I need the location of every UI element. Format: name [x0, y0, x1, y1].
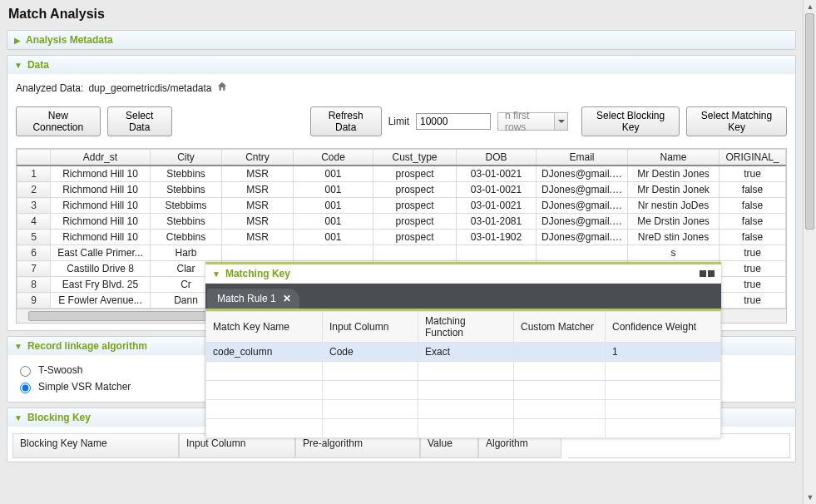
table-cell: Stebbins: [151, 214, 222, 230]
section-label-linkage: Record linkage algorithm: [27, 340, 147, 352]
mk-cell: [514, 343, 606, 362]
table-cell: Richmond Hill 10: [51, 214, 151, 230]
column-header[interactable]: Cntry: [222, 150, 294, 166]
table-cell: DJones@gmail.c...: [537, 182, 628, 198]
chevron-down-icon: ▼: [14, 413, 22, 422]
table-cell: Richmond Hill 10: [51, 198, 151, 214]
row-number: 1: [17, 166, 51, 182]
simple-vsr-label: Simple VSR Matcher: [38, 381, 131, 393]
row-number: 8: [17, 277, 51, 293]
mk-column-header[interactable]: Matching Function: [418, 312, 514, 343]
mk-column-header[interactable]: Input Column: [323, 312, 418, 343]
chevron-down-icon: ▼: [14, 342, 22, 351]
table-cell: Castillo Drive 8: [51, 261, 151, 277]
select-data-button[interactable]: Select Data: [107, 106, 172, 136]
table-cell: East Fry Blvd. 25: [51, 277, 151, 293]
table-row[interactable]: 2Richmond Hill 10StebbinsMSR001prospect0…: [17, 182, 786, 198]
column-header[interactable]: Name: [628, 150, 720, 166]
column-header[interactable]: Cust_type: [373, 150, 457, 166]
section-header-metadata[interactable]: ▶ Analysis Metadata: [7, 31, 795, 49]
table-cell: 001: [294, 198, 373, 214]
match-rule-grid[interactable]: Match Key Name Input Column Matching Fun…: [205, 311, 721, 438]
table-row[interactable]: 5Richmond Hill 10CtebbinsMSR001prospect0…: [17, 230, 786, 245]
table-cell: Richmond Hill 10: [51, 166, 151, 182]
match-rule-row[interactable]: [206, 419, 721, 438]
tab-match-rule-1[interactable]: Match Rule 1 ✕: [207, 289, 299, 309]
mk-column-header[interactable]: Confidence Weight: [606, 312, 721, 343]
column-header[interactable]: Email: [537, 150, 628, 166]
match-rule-row[interactable]: [206, 400, 721, 419]
refresh-data-button[interactable]: Refresh Data: [310, 106, 382, 136]
table-cell: false: [720, 230, 786, 245]
column-header[interactable]: Addr_st: [51, 150, 151, 166]
table-row[interactable]: 4Richmond Hill 10StebbinsMSR001prospect0…: [17, 214, 786, 230]
analyzed-data-prefix: Analyzed Data:: [16, 82, 83, 94]
match-rule-row[interactable]: [206, 381, 721, 400]
table-row[interactable]: 6East Calle Primer...Harbstrue: [17, 245, 786, 261]
column-header[interactable]: Code: [294, 150, 373, 166]
limit-label: Limit: [388, 116, 409, 127]
minimize-icon[interactable]: [700, 270, 706, 277]
table-cell: DJones@gmail.c...: [537, 166, 628, 182]
vertical-scrollbar[interactable]: ▲ ▼: [803, 0, 816, 504]
table-cell: true: [720, 261, 786, 277]
table-row[interactable]: 3Richmond Hill 10StebbimsMSR001prospect0…: [17, 198, 786, 214]
match-rule-row[interactable]: code_column Code Exact 1: [206, 343, 721, 362]
column-header[interactable]: DOB: [457, 150, 537, 166]
table-cell: prospect: [373, 214, 457, 230]
matching-key-header[interactable]: ▼ Matching Key: [205, 264, 721, 284]
table-cell: true: [720, 166, 786, 182]
select-matching-key-button[interactable]: Select Matching Key: [686, 106, 787, 136]
row-number: 7: [17, 261, 51, 277]
table-cell: 03-01-0021: [457, 166, 537, 182]
simple-vsr-radio[interactable]: [20, 383, 31, 393]
t-swoosh-radio[interactable]: [20, 366, 31, 377]
close-icon[interactable]: ✕: [283, 293, 291, 304]
table-cell: MSR: [222, 182, 294, 198]
rows-mode-combo[interactable]: n first rows: [497, 112, 568, 131]
column-header[interactable]: City: [151, 150, 222, 166]
table-cell: Harb: [151, 245, 222, 261]
column-header[interactable]: ORIGINAL_: [720, 150, 786, 166]
scroll-down-arrow-icon[interactable]: ▼: [804, 491, 816, 504]
tab-label: Match Rule 1: [217, 293, 276, 304]
match-rule-row[interactable]: [206, 362, 721, 381]
table-cell: 001: [294, 214, 373, 230]
mk-column-header[interactable]: Custom Matcher: [514, 312, 606, 343]
matching-key-panel[interactable]: ▼ Matching Key Match Rule 1 ✕ Match Key …: [205, 262, 721, 438]
chevron-right-icon: ▶: [14, 36, 21, 45]
table-cell: Mr Destin Jonek: [628, 182, 720, 198]
table-cell: MSR: [222, 166, 294, 182]
table-cell: NreD stin Jones: [628, 230, 720, 245]
panel-window-controls[interactable]: [700, 270, 715, 277]
table-cell: 03-01-0021: [457, 182, 537, 198]
limit-input[interactable]: [416, 113, 491, 130]
page-title: Match Analysis: [0, 0, 803, 27]
select-blocking-key-button[interactable]: Select Blocking Key: [581, 106, 680, 136]
section-header-data[interactable]: ▼ Data: [7, 56, 795, 74]
section-label-data: Data: [27, 59, 49, 71]
scroll-up-arrow-icon[interactable]: ▲: [804, 0, 816, 13]
table-cell: Mr Destin Jones: [628, 166, 720, 182]
new-connection-button[interactable]: New Connection: [16, 106, 101, 136]
mk-column-header[interactable]: Match Key Name: [206, 312, 323, 343]
row-number: 6: [17, 245, 51, 261]
table-cell: 03-01-2081: [457, 214, 537, 230]
table-cell: DJones@gmail.c...: [537, 198, 628, 214]
table-cell: Richmond Hill 10: [51, 230, 151, 245]
table-cell: true: [720, 277, 786, 293]
scrollbar-thumb[interactable]: [805, 13, 814, 230]
table-cell: 03-01-0021: [457, 198, 537, 214]
home-icon[interactable]: [216, 81, 228, 95]
table-cell: Stebbins: [151, 182, 222, 198]
table-cell: prospect: [373, 230, 457, 245]
table-cell: [457, 245, 537, 261]
chevron-down-icon: ▼: [14, 61, 22, 70]
row-number: 4: [17, 214, 51, 230]
table-cell: 001: [294, 182, 373, 198]
table-cell: Ctebbins: [151, 230, 222, 245]
chevron-down-icon[interactable]: [554, 113, 567, 130]
table-row[interactable]: 1Richmond Hill 10StebbinsMSR001prospect0…: [17, 166, 786, 182]
section-analysis-metadata: ▶ Analysis Metadata: [7, 30, 796, 50]
maximize-icon[interactable]: [708, 270, 715, 277]
